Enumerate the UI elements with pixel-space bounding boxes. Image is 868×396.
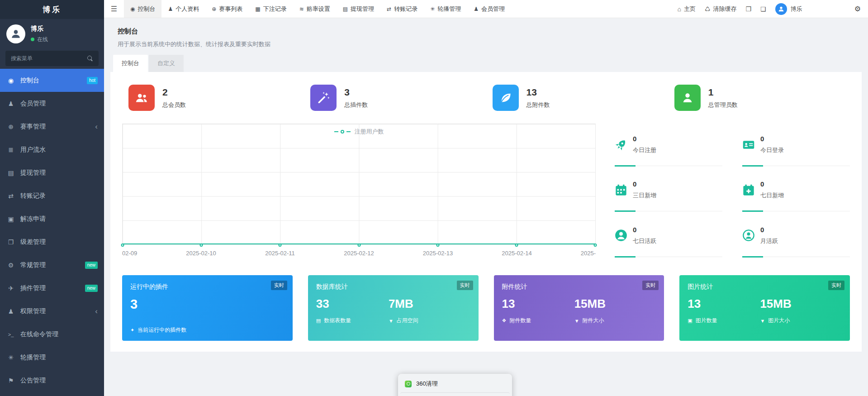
sidebar-item-transfers[interactable]: ⇄ 转账记录: [0, 184, 104, 207]
sidebar-item-withdrawals[interactable]: ▤ 提现管理: [0, 161, 104, 184]
odds-icon: ≋: [299, 6, 304, 12]
chevron-left-icon: ‹: [95, 307, 98, 315]
sidebar-item-general[interactable]: ⚙ 常规管理 new: [0, 253, 104, 277]
sidebar-item-dashboard[interactable]: ◉ 控制台 hot: [0, 69, 104, 92]
sidebar-item-label: 权限管理: [20, 307, 46, 315]
page-title: 控制台: [118, 27, 854, 36]
sidebar-item-members[interactable]: ♟ 会员管理: [0, 92, 104, 115]
user-circle-icon: [615, 229, 633, 242]
tab-withdrawals[interactable]: ▤ 提现管理: [337, 0, 380, 18]
home-button[interactable]: ⌂ 主页: [678, 5, 696, 13]
list-alt-icon: ▤: [6, 169, 15, 177]
card-sub-label: 图片大小: [768, 317, 790, 324]
fullscreen-button[interactable]: ❏: [760, 5, 766, 13]
stat-total-admins: 1 总管理员数: [668, 85, 850, 111]
card-columns: 33 ▤数据表数量 7MB ▼占用空间: [316, 297, 470, 324]
card-value: 3: [130, 297, 285, 312]
sidebar-item-online-commands[interactable]: >_ 在线命令管理: [0, 323, 104, 346]
wand-icon: ✦: [130, 327, 134, 333]
sidebar-item-permissions[interactable]: ♟ 权限管理 ‹: [0, 300, 104, 323]
sidebar-item-label: 控制台: [20, 76, 39, 85]
sidebar-item-unfreeze[interactable]: ▣ 解冻申请: [0, 207, 104, 230]
sidebar-item-announcements[interactable]: ⚑ 公告管理: [0, 369, 104, 392]
hot-badge: hot: [87, 77, 98, 84]
mini-stat-today-login: 0 今日登录: [742, 124, 850, 166]
search-icon[interactable]: [87, 56, 93, 62]
tab-event-list[interactable]: ⊕ 赛事列表: [205, 0, 249, 18]
tab-carousel[interactable]: ✳ 轮播管理: [424, 0, 467, 18]
tab-bet-records[interactable]: ▦ 下注记录: [249, 0, 293, 18]
admin-user-icon: [674, 85, 701, 111]
card-column: 33 ▤数据表数量: [316, 297, 389, 324]
realtime-badge: 实时: [642, 281, 659, 290]
clear-cache-button[interactable]: ♺ 清除缓存: [705, 5, 737, 13]
sidebar-menu: ◉ 控制台 hot ♟ 会员管理 ⊕ 赛事管理 ‹ ≣ 用户流水 ▤ 提现管理: [0, 69, 104, 396]
trash-icon: ♺: [705, 5, 711, 13]
tab-odds-settings[interactable]: ≋ 赔率设置: [293, 0, 337, 18]
search-input[interactable]: [11, 55, 87, 62]
new-badge: new: [85, 262, 98, 269]
tab-console[interactable]: ◉ 控制台: [124, 0, 161, 18]
sidebar-item-label: 常规管理: [20, 261, 46, 269]
tab-label: 下注记录: [263, 5, 287, 13]
tab-profile[interactable]: ♟ 个人资料: [161, 0, 205, 18]
online-dot-icon: [31, 38, 34, 41]
mini-stat-month-active: 0 月活跃: [742, 215, 850, 257]
new-badge: new: [85, 285, 98, 292]
transfer-icon: ⇄: [6, 192, 15, 200]
tab-label: 提现管理: [351, 5, 374, 13]
stat-label: 总附件数: [526, 101, 550, 109]
rocket-icon: [615, 138, 633, 151]
sidebar-item-carousel[interactable]: ✳ 轮播管理: [0, 346, 104, 369]
chart-point: [515, 243, 518, 247]
chevron-left-icon: ‹: [95, 123, 98, 130]
page-tab-console[interactable]: 控制台: [113, 55, 148, 72]
mini-stat-3day-new: 0 三日新增: [615, 169, 722, 211]
settings-gear-icon[interactable]: ⚙: [854, 5, 861, 13]
topbar-user[interactable]: 博乐: [775, 3, 802, 15]
mini-stat-label: 今日登录: [760, 146, 784, 154]
page-tab-custom[interactable]: 自定义: [149, 55, 184, 72]
topbar: ☰ ◉ 控制台 ♟ 个人资料 ⊕ 赛事列表 ▦ 下注记录: [104, 0, 868, 18]
users-circle-icon: [742, 229, 760, 242]
tab-transfers[interactable]: ⇄ 转账记录: [380, 0, 424, 18]
file-button[interactable]: ❒: [746, 5, 752, 13]
sidebar-item-label: 会员管理: [20, 100, 46, 108]
stat-value: 1: [708, 87, 738, 98]
avatar: [775, 3, 787, 15]
context-menu: 360清理 固定到任务栏: [398, 374, 512, 396]
context-menu-item-pin-taskbar[interactable]: 固定到任务栏: [400, 392, 510, 396]
hamburger-icon[interactable]: ☰: [104, 0, 124, 18]
stat-value: 2: [162, 87, 186, 98]
legend-marker-icon: [341, 130, 344, 134]
sidebar-item-label: 提现管理: [20, 169, 46, 177]
sidebar-item-events[interactable]: ⊕ 赛事管理 ‹: [0, 115, 104, 138]
chart-point: [594, 243, 597, 247]
chart-point: [436, 243, 439, 247]
dashboard-icon: ◉: [130, 6, 135, 12]
card-value: 15MB: [574, 297, 647, 311]
page-header: 控制台 用于展示当前系统中的统计数据、统计报表及重要实时数据: [110, 23, 862, 48]
sidebar-item-plugins[interactable]: ✈ 插件管理 new: [0, 277, 104, 300]
avatar: [6, 24, 25, 43]
legend-line-icon: [334, 131, 338, 132]
card-title: 图片统计: [688, 283, 842, 291]
card-sub: ▼附件大小: [574, 317, 647, 324]
chart-x-axis: 02-092025-02-102025-02-112025-02-122025-…: [122, 250, 596, 260]
dashboard-icon: ◉: [6, 77, 15, 84]
tab-label: 控制台: [138, 5, 155, 13]
sidebar-item-label: 插件管理: [20, 284, 46, 292]
main-area: ☰ ◉ 控制台 ♟ 个人资料 ⊕ 赛事列表 ▦ 下注记录: [104, 0, 868, 396]
mini-stat-7day-active: 0 七日活跃: [615, 215, 722, 257]
sidebar-item-level-diff[interactable]: ❐ 级差管理: [0, 230, 104, 253]
attachment-stats-card: 附件统计 实时 13 ❖附件数量 15MB ▼附件大小: [494, 275, 664, 341]
card-sub: ▤数据表数量: [316, 317, 389, 324]
tab-members[interactable]: ♟ 会员管理: [467, 0, 511, 18]
card-value: 33: [316, 297, 389, 311]
sidebar-item-user-flow[interactable]: ≣ 用户流水: [0, 138, 104, 161]
user-profile[interactable]: 博乐 在线: [0, 19, 104, 46]
chart-point: [200, 243, 203, 247]
table-icon: ▤: [316, 318, 321, 324]
context-menu-item-360-clean[interactable]: 360清理: [400, 377, 510, 391]
window-icon: ❐: [6, 239, 15, 246]
